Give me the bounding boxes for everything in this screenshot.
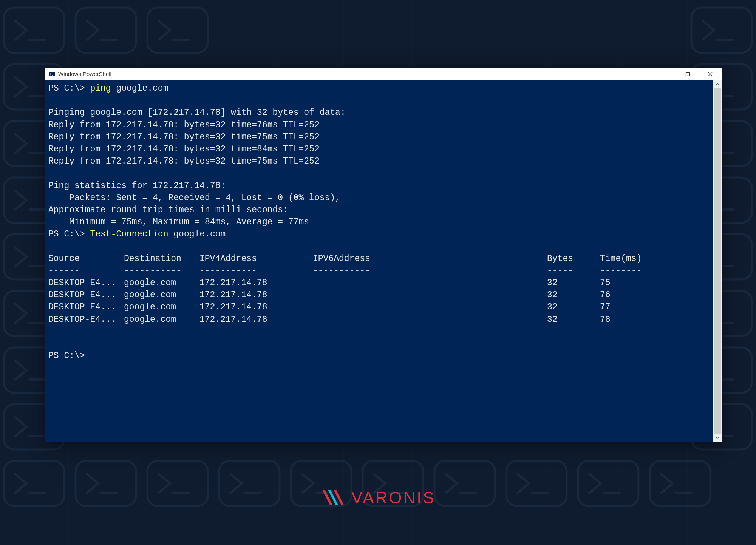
- ping-stats-packets: Packets: Sent = 4, Received = 4, Lost = …: [48, 193, 340, 203]
- table-row: DESKTOP-E4...google.com172.217.14.783276: [48, 289, 710, 301]
- col-ipv4: IPV4Address: [199, 253, 313, 265]
- chevron-down-icon: [716, 436, 719, 440]
- varonis-logo-text: VARONIS: [351, 488, 436, 507]
- table-row: DESKTOP-E4...google.com172.217.14.783275: [48, 277, 710, 289]
- col-source: Source: [48, 253, 124, 265]
- command-ping: ping: [90, 83, 111, 93]
- close-icon: [708, 72, 713, 76]
- scroll-up-button[interactable]: [713, 80, 722, 88]
- terminal-area: PS C:\> ping google.com Pinging google.c…: [45, 80, 722, 442]
- varonis-mark-icon: [320, 488, 347, 507]
- svg-rect-2: [49, 72, 55, 76]
- col-ipv6: IPV6Address: [313, 253, 547, 265]
- chevron-up-icon: [716, 82, 719, 86]
- minimize-button[interactable]: [654, 68, 676, 80]
- maximize-button[interactable]: [676, 68, 699, 80]
- window-title: Windows PowerShell: [58, 71, 654, 77]
- table-row: DESKTOP-E4...google.com172.217.14.783277: [48, 301, 710, 313]
- close-button[interactable]: [699, 68, 722, 80]
- minimize-icon: [663, 72, 667, 76]
- prompt: PS C:\>: [48, 229, 90, 239]
- ping-reply: Reply from 172.217.14.78: bytes=32 time=…: [48, 156, 320, 166]
- col-bytes: Bytes: [547, 253, 600, 265]
- powershell-window: Windows PowerShell PS C:\> ping google.c…: [45, 68, 722, 442]
- ping-reply: Reply from 172.217.14.78: bytes=32 time=…: [48, 132, 320, 142]
- col-destination: Destination: [124, 253, 199, 265]
- command-test-connection: Test-Connection: [90, 229, 168, 239]
- ping-stats-rtt: Minimum = 75ms, Maximum = 84ms, Average …: [48, 217, 309, 227]
- col-time: Time(ms): [600, 253, 653, 265]
- command-args: google.com: [168, 229, 226, 239]
- prompt: PS C:\>: [48, 83, 90, 93]
- prompt: PS C:\>: [48, 351, 85, 361]
- scrollbar-thumb[interactable]: [714, 88, 721, 434]
- titlebar[interactable]: Windows PowerShell: [45, 68, 722, 80]
- powershell-icon: [49, 71, 55, 77]
- ping-stats-header: Ping statistics for 172.217.14.78:: [48, 181, 226, 191]
- maximize-icon: [685, 72, 690, 76]
- table-header-row: SourceDestinationIPV4AddressIPV6AddressB…: [48, 253, 710, 265]
- vertical-scrollbar[interactable]: [713, 80, 722, 442]
- terminal-output[interactable]: PS C:\> ping google.com Pinging google.c…: [45, 80, 713, 442]
- varonis-logo: VARONIS: [320, 488, 436, 507]
- table-dash-row: ----------------------------------------…: [48, 265, 710, 277]
- svg-rect-5: [686, 72, 690, 76]
- ping-reply: Reply from 172.217.14.78: bytes=32 time=…: [48, 120, 320, 130]
- command-args: google.com: [111, 83, 169, 93]
- window-controls: [654, 68, 722, 80]
- scroll-down-button[interactable]: [713, 434, 722, 442]
- table-row: DESKTOP-E4...google.com172.217.14.783278: [48, 313, 710, 326]
- ping-header: Pinging google.com [172.217.14.78] with …: [48, 108, 346, 117]
- ping-reply: Reply from 172.217.14.78: bytes=32 time=…: [48, 144, 320, 154]
- scrollbar-track[interactable]: [713, 88, 722, 434]
- ping-stats-rtt-header: Approximate round trip times in milli-se…: [48, 205, 288, 215]
